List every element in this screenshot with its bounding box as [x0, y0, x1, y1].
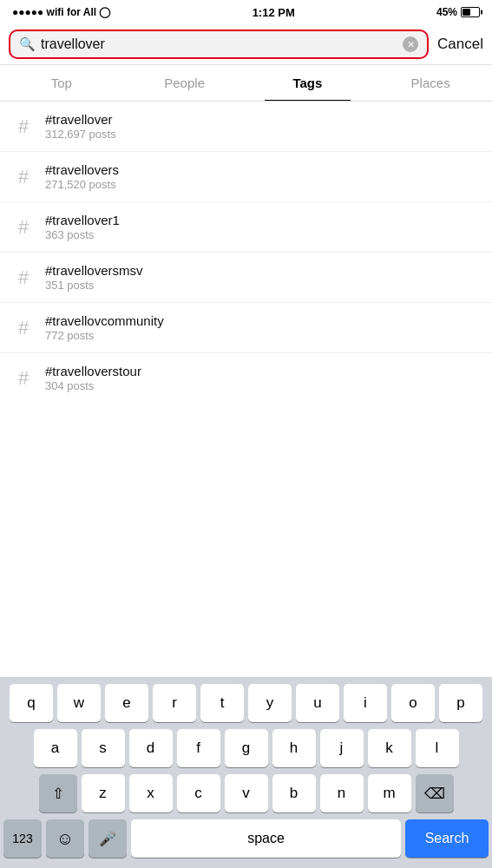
status-battery-area: 45%: [436, 6, 480, 18]
tag-name: #travellover: [45, 112, 116, 127]
key-l[interactable]: l: [416, 729, 459, 767]
post-count: 363 posts: [45, 228, 120, 241]
keyboard-row-3: ⇧ z x c v b n m ⌫: [3, 774, 489, 812]
key-u[interactable]: u: [296, 684, 339, 722]
key-e[interactable]: e: [105, 684, 148, 722]
key-s[interactable]: s: [82, 729, 125, 767]
battery-percent: 45%: [436, 6, 457, 18]
result-text: #travelloverstour 304 posts: [45, 364, 141, 392]
tag-name: #travellovers: [45, 162, 119, 177]
hash-icon: #: [14, 166, 33, 188]
key-v[interactable]: v: [225, 774, 268, 812]
list-item[interactable]: # #travelloversmsv 351 posts: [0, 253, 492, 303]
result-text: #travellover1 363 posts: [45, 213, 120, 241]
result-text: #travelloversmsv 351 posts: [45, 263, 143, 292]
battery-icon: [461, 7, 480, 17]
key-t[interactable]: t: [200, 684, 244, 722]
cancel-button[interactable]: Cancel: [437, 36, 483, 53]
key-p[interactable]: p: [439, 684, 482, 722]
tab-people[interactable]: People: [123, 65, 246, 101]
search-area: 🔍 travellover ✕ Cancel: [0, 24, 492, 65]
key-z[interactable]: z: [82, 774, 125, 812]
status-bar: ●●●●● wifi for All ◯ 1:12 PM 45%: [0, 0, 492, 24]
search-input[interactable]: travellover: [41, 36, 397, 52]
hash-icon: #: [14, 115, 33, 138]
post-count: 772 posts: [45, 329, 164, 342]
tab-places[interactable]: Places: [369, 65, 492, 101]
tag-name: #travelloverstour: [45, 364, 141, 378]
list-item[interactable]: # #travellovers 271,520 posts: [0, 152, 492, 202]
search-bar[interactable]: 🔍 travellover ✕: [9, 30, 429, 59]
post-count: 351 posts: [45, 279, 143, 292]
numbers-key[interactable]: 123: [3, 819, 42, 858]
emoji-key[interactable]: ☺: [46, 819, 84, 858]
key-i[interactable]: i: [344, 684, 387, 722]
post-count: 271,520 posts: [45, 178, 119, 191]
tab-tags[interactable]: Tags: [246, 65, 370, 101]
hash-icon: #: [14, 367, 33, 390]
key-c[interactable]: c: [177, 774, 220, 812]
result-text: #travellovers 271,520 posts: [45, 162, 119, 191]
key-k[interactable]: k: [368, 729, 411, 767]
key-x[interactable]: x: [129, 774, 173, 812]
mic-key[interactable]: 🎤: [89, 819, 127, 858]
key-d[interactable]: d: [129, 729, 173, 767]
post-count: 312,697 posts: [45, 128, 116, 141]
keyboard-row-2: a s d f g h j k l: [3, 729, 489, 767]
search-icon: 🔍: [19, 36, 36, 52]
key-y[interactable]: y: [248, 684, 292, 722]
key-q[interactable]: q: [10, 684, 53, 722]
battery-fill: [462, 9, 470, 16]
tab-top[interactable]: Top: [0, 65, 123, 101]
keyboard-row-4: 123 ☺ 🎤 space Search: [3, 819, 489, 858]
key-w[interactable]: w: [57, 684, 101, 722]
hash-icon: #: [14, 266, 33, 289]
hash-icon: #: [14, 317, 33, 339]
key-j[interactable]: j: [320, 729, 364, 767]
status-signal: ●●●●● wifi for All ◯: [12, 6, 110, 18]
key-o[interactable]: o: [391, 684, 435, 722]
space-key[interactable]: space: [131, 819, 401, 858]
key-h[interactable]: h: [272, 729, 316, 767]
backspace-key[interactable]: ⌫: [416, 774, 454, 812]
hash-icon: #: [14, 216, 33, 239]
key-a[interactable]: a: [34, 729, 77, 767]
list-item[interactable]: # #travellovcommunity 772 posts: [0, 303, 492, 353]
tabs-bar: Top People Tags Places: [0, 65, 492, 102]
result-text: #travellover 312,697 posts: [45, 112, 116, 141]
list-item[interactable]: # #travellover1 363 posts: [0, 202, 492, 253]
keyboard-row-1: q w e r t y u i o p: [3, 684, 489, 722]
post-count: 304 posts: [45, 379, 141, 392]
key-g[interactable]: g: [225, 729, 268, 767]
results-list: # #travellover 312,697 posts # #travello…: [0, 102, 492, 397]
key-m[interactable]: m: [368, 774, 411, 812]
tag-name: #travellovcommunity: [45, 313, 164, 328]
shift-key[interactable]: ⇧: [39, 774, 77, 812]
search-button[interactable]: Search: [405, 819, 489, 858]
key-f[interactable]: f: [177, 729, 220, 767]
key-b[interactable]: b: [272, 774, 316, 812]
tag-name: #travelloversmsv: [45, 263, 143, 278]
key-n[interactable]: n: [320, 774, 364, 812]
clear-button[interactable]: ✕: [403, 36, 418, 52]
key-r[interactable]: r: [153, 684, 196, 722]
tag-name: #travellover1: [45, 213, 120, 227]
list-item[interactable]: # #travellover 312,697 posts: [0, 102, 492, 152]
keyboard: q w e r t y u i o p a s d f g h j k l ⇧ …: [0, 677, 492, 868]
result-text: #travellovcommunity 772 posts: [45, 313, 164, 342]
list-item[interactable]: # #travelloverstour 304 posts: [0, 353, 492, 397]
status-time: 1:12 PM: [253, 6, 295, 19]
